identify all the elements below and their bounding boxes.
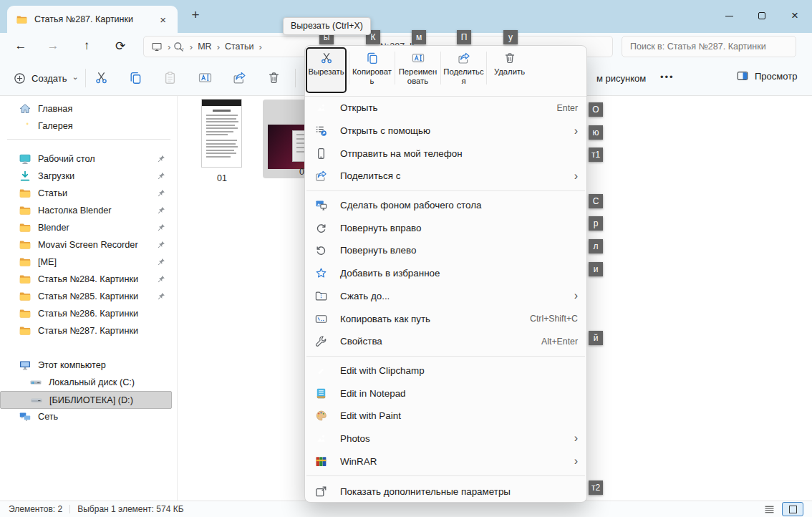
pin-icon — [156, 291, 166, 301]
menu-item-rotate-left[interactable]: Повернуть влево — [305, 239, 586, 262]
breadcrumb-chevron-icon: › — [217, 42, 220, 52]
menu-item-edit-paint[interactable]: Edit with Paint — [305, 405, 586, 427]
view-button[interactable]: Просмотр — [736, 69, 797, 82]
breadcrumb-item-mr[interactable]: MR — [198, 42, 211, 52]
search-input[interactable]: Поиск в: Статья №287. Картинки — [622, 36, 796, 57]
create-button[interactable]: Создать ⌄ — [10, 68, 82, 88]
folder-icon — [19, 290, 32, 303]
sidebar-item-287[interactable]: Статья №287. Картинки — [0, 322, 175, 339]
submenu-chevron-icon: › — [574, 170, 578, 182]
rename-button[interactable]: Переименовать — [397, 47, 438, 93]
back-button[interactable]: ← — [11, 37, 30, 55]
menu-item-show-more-options[interactable]: Показать дополнительные параметры — [305, 479, 586, 503]
folder-icon — [19, 221, 32, 234]
menu-item-winrar[interactable]: WinRAR › — [305, 450, 586, 473]
paste-toolbar-button[interactable] — [163, 70, 180, 87]
menu-item-edit-clipchamp[interactable]: Edit with Clipchamp — [305, 359, 586, 382]
set-background-label-fragment[interactable]: м рисунком — [596, 73, 646, 84]
menu-item-edit-notepad[interactable]: Edit in Notepad — [305, 382, 586, 405]
context-command-bar: Вырезать Копировать Переименовать Подели… — [305, 46, 586, 96]
forward-button[interactable]: → — [44, 37, 62, 55]
menu-item-add-favorites[interactable]: Добавить в избранное — [305, 262, 586, 285]
title-bar: Статья №287. Картинки × + × — [0, 0, 812, 33]
keytip-open-with: ю — [589, 125, 603, 140]
menu-item-copy-as-path[interactable]: Копировать как путь Ctrl+Shift+C — [305, 307, 586, 330]
sidebar-item-downloads[interactable]: Загрузки — [0, 168, 175, 185]
copy-icon — [128, 70, 143, 85]
details-view-button[interactable] — [763, 503, 775, 516]
sidebar-item-home[interactable]: Главная — [0, 100, 175, 117]
close-button[interactable]: × — [778, 0, 811, 32]
up-button[interactable]: ↑ — [77, 37, 96, 55]
create-label: Создать — [32, 73, 67, 84]
sidebar-item-nastolka-blender[interactable]: Настолка Blender — [0, 202, 175, 219]
keytip-wallpaper: С — [589, 194, 603, 208]
menu-item-set-wallpaper[interactable]: Сделать фоном рабочего стола — [305, 194, 586, 217]
sidebar-item-284[interactable]: Статья №284. Картинки — [0, 271, 175, 288]
file-tile-01[interactable]: 01 — [192, 97, 252, 183]
pin-icon — [156, 240, 166, 250]
copy-button[interactable]: Копировать — [352, 47, 392, 93]
menu-item-photos[interactable]: Photos › — [305, 427, 586, 450]
drive-icon — [30, 394, 43, 407]
menu-item-compress-to[interactable]: Сжать до... › — [305, 285, 586, 308]
sidebar-item-me[interactable]: [ME] — [0, 253, 175, 271]
menu-item-properties[interactable]: Свойства Alt+Enter — [305, 330, 586, 353]
large-icons-view-button[interactable] — [782, 502, 803, 516]
cut-toolbar-button[interactable] — [94, 70, 111, 87]
phone-icon — [314, 147, 328, 160]
close-icon: × — [791, 9, 798, 23]
share-button[interactable]: Поделиться — [443, 47, 484, 93]
tab-close-icon[interactable]: × — [155, 14, 170, 26]
sidebar-item-network[interactable]: Сеть — [0, 408, 175, 425]
menu-item-rotate-right[interactable]: Повернуть вправо — [305, 216, 586, 239]
sidebar-item-gallery[interactable]: Галерея — [0, 117, 175, 135]
winrar-icon — [314, 455, 328, 468]
path-icon — [314, 312, 328, 326]
share-toolbar-button[interactable] — [232, 70, 249, 87]
sidebar-item-disk-c[interactable]: Локальный диск (C:) — [0, 374, 175, 391]
sidebar-item-desktop[interactable]: Рабочий стол — [0, 150, 175, 168]
maximize-icon — [758, 12, 765, 19]
minimize-button[interactable] — [712, 0, 745, 32]
breadcrumb-item-stati[interactable]: Статьи — [225, 42, 254, 52]
refresh-button[interactable]: ⟳ — [111, 37, 130, 55]
folder-icon — [19, 324, 32, 337]
cut-tooltip: Вырезать (Ctrl+X) — [283, 17, 371, 35]
folder-icon — [19, 187, 32, 200]
keytip-rotate-right: р — [589, 216, 603, 231]
new-tab-button[interactable]: + — [186, 7, 205, 23]
maximize-button[interactable] — [745, 0, 778, 32]
pin-icon — [156, 206, 166, 216]
command-divider — [395, 52, 395, 84]
rename-toolbar-button[interactable] — [198, 70, 215, 87]
context-menu: Вырезать Копировать Переименовать Подели… — [304, 45, 587, 503]
copy-toolbar-button[interactable] — [128, 70, 145, 87]
explorer-tab[interactable]: Статья №287. Картинки × — [7, 6, 178, 33]
search-text: Поиск в: Статья №287. Картинки — [630, 42, 766, 52]
trash-icon — [266, 70, 281, 85]
menu-item-open-with[interactable]: Открыть с помощью › — [305, 120, 586, 142]
wallpaper-icon — [314, 198, 328, 212]
cut-button[interactable]: Вырезать — [306, 47, 347, 93]
sidebar-item-stati[interactable]: Статьи — [0, 185, 175, 202]
sidebar-item-286[interactable]: Статья №286. Картинки — [0, 305, 175, 322]
share-icon — [457, 51, 471, 65]
breadcrumb-chevron-icon: › — [259, 42, 262, 52]
menu-item-send-to-phone[interactable]: Отправить на мой телефон — [305, 142, 586, 165]
sidebar-item-movavi[interactable]: Movavi Screen Recorder — [0, 236, 175, 253]
sidebar-item-285[interactable]: Статья №285. Картинки — [0, 288, 175, 305]
menu-item-open[interactable]: Открыть Enter — [305, 97, 586, 120]
sidebar-item-blender[interactable]: Blender — [0, 219, 175, 236]
see-more-button[interactable]: ••• — [660, 72, 675, 82]
delete-button[interactable]: Удалить — [489, 47, 530, 93]
menu-item-share-with[interactable]: Поделиться с › — [305, 165, 586, 188]
breadcrumb-chevron-icon: › — [190, 42, 193, 52]
sidebar-divider — [177, 96, 178, 501]
gallery-icon — [19, 120, 32, 132]
sidebar-item-this-pc[interactable]: Этот компьютер — [0, 357, 175, 374]
plus-circle-icon — [13, 72, 26, 85]
copy-icon — [365, 51, 380, 65]
delete-toolbar-button[interactable] — [266, 70, 284, 87]
sidebar-item-disk-d[interactable]: [БИБЛИОТЕКА] (D:) — [0, 391, 172, 409]
